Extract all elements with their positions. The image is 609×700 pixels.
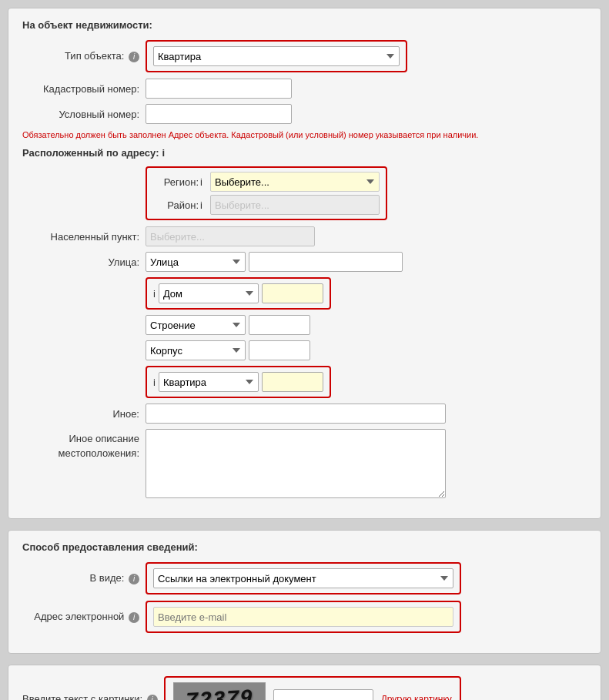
email-label: Адрес электронной i: [22, 611, 146, 623]
stroenie-type-select[interactable]: Строение Корпус: [146, 315, 246, 335]
captcha-image: 72379: [173, 682, 266, 700]
view-label: В виде: i: [22, 572, 146, 584]
street-row: Улица: Улица Переулок Проспект Бульвар Ш…: [22, 252, 587, 272]
view-outer-row: В виде: i Ссылки на электронный документ…: [22, 562, 587, 594]
region-label: Регион: i: [153, 176, 207, 188]
property-section: На объект недвижимости: Тип объекта: i К…: [8, 8, 601, 519]
object-type-info-icon[interactable]: i: [129, 52, 139, 62]
captcha-group: 72379 Другую картинку: [164, 676, 461, 700]
stroenie-input[interactable]: [249, 315, 310, 335]
house-type-select[interactable]: Дом Владение Строение: [159, 283, 259, 303]
street-type-select[interactable]: Улица Переулок Проспект Бульвар Шоссе: [146, 252, 246, 272]
korpus-row: Корпус Строение: [22, 340, 587, 360]
house-group: i Дом Владение Строение: [146, 277, 331, 310]
page-wrapper: На объект недвижимости: Тип объекта: i К…: [0, 0, 609, 700]
delivery-section: Способ предоставления сведений: В виде: …: [8, 530, 601, 654]
error-message: Обязательно должен быть заполнен Адрес о…: [22, 129, 587, 141]
street-input[interactable]: [249, 252, 403, 272]
district-info-icon[interactable]: i: [200, 199, 202, 211]
apartment-info-icon[interactable]: i: [153, 377, 156, 388]
apartment-outer-row: i Квартира Комната Офис: [22, 366, 587, 398]
cadastral-label: Кадастровый номер:: [22, 83, 146, 95]
inoe-input[interactable]: [146, 404, 446, 424]
section2-title: Способ предоставления сведений:: [22, 541, 587, 553]
conditional-input[interactable]: [146, 104, 292, 124]
conditional-label: Условный номер:: [22, 109, 146, 120]
region-row: Регион: i Выберите...: [153, 172, 380, 192]
address-section-title: Расположенный по адресу: i: [22, 147, 587, 159]
apartment-type-select[interactable]: Квартира Комната Офис: [159, 372, 259, 392]
district-row: Район: i Выберите...: [153, 195, 380, 215]
cadastral-row: Кадастровый номер:: [22, 79, 587, 99]
address-section-info-icon[interactable]: i: [162, 147, 165, 159]
captcha-input[interactable]: [273, 689, 373, 700]
captcha-row: Введите текст с картинки: i 72379 Другую…: [22, 676, 587, 700]
captcha-info-icon[interactable]: i: [147, 695, 158, 700]
apartment-group: i Квартира Комната Офис: [146, 366, 331, 398]
another-captcha-link[interactable]: Другую картинку: [381, 694, 452, 700]
captcha-section: Введите текст с картинки: i 72379 Другую…: [8, 665, 601, 700]
street-label: Улица:: [22, 256, 146, 268]
region-district-group: Регион: i Выберите... Район: i Выберите.…: [146, 166, 387, 220]
stroenie-row: Строение Корпус: [22, 315, 587, 335]
locality-row: Населенный пункт: Выберите...: [22, 226, 587, 246]
district-select[interactable]: Выберите...: [210, 195, 380, 215]
object-type-select[interactable]: Квартира Комната Дом Земельный участок И…: [153, 46, 400, 66]
email-info-icon[interactable]: i: [129, 612, 139, 623]
house-outer-row: i Дом Владение Строение: [22, 277, 587, 310]
house-input[interactable]: [262, 283, 323, 303]
house-info-icon[interactable]: i: [153, 288, 156, 300]
captcha-label: Введите текст с картинки: i: [22, 693, 164, 700]
captcha-image-text: 72379: [185, 685, 253, 700]
email-group: [146, 601, 461, 633]
locality-label: Населенный пункт:: [22, 231, 146, 243]
inoe-row: Иное:: [22, 404, 587, 424]
cadastral-input[interactable]: [146, 79, 292, 99]
korpus-input[interactable]: [249, 340, 310, 360]
apartment-input[interactable]: [262, 372, 323, 392]
locality-select[interactable]: Выберите...: [146, 226, 315, 246]
region-select[interactable]: Выберите...: [210, 172, 380, 192]
email-outer-row: Адрес электронной i: [22, 601, 587, 633]
district-label: Район: i: [153, 199, 207, 211]
view-info-icon[interactable]: i: [129, 574, 139, 584]
inoe-description-label: Иное описание местоположения:: [22, 429, 146, 460]
object-type-label: Тип объекта: i: [22, 50, 146, 62]
object-type-group: Квартира Комната Дом Земельный участок И…: [146, 40, 407, 72]
conditional-row: Условный номер:: [22, 104, 587, 124]
view-group: Ссылки на электронный документ Бумажного…: [146, 562, 461, 594]
inoe-label: Иное:: [22, 408, 146, 420]
korpus-type-select[interactable]: Корпус Строение: [146, 340, 246, 360]
inoe-description-textarea[interactable]: [146, 429, 446, 498]
email-input[interactable]: [153, 607, 453, 627]
region-info-icon[interactable]: i: [200, 176, 202, 188]
inoe-description-row: Иное описание местоположения:: [22, 429, 587, 498]
section1-title: На объект недвижимости:: [22, 19, 587, 31]
view-select[interactable]: Ссылки на электронный документ Бумажного…: [153, 568, 453, 588]
